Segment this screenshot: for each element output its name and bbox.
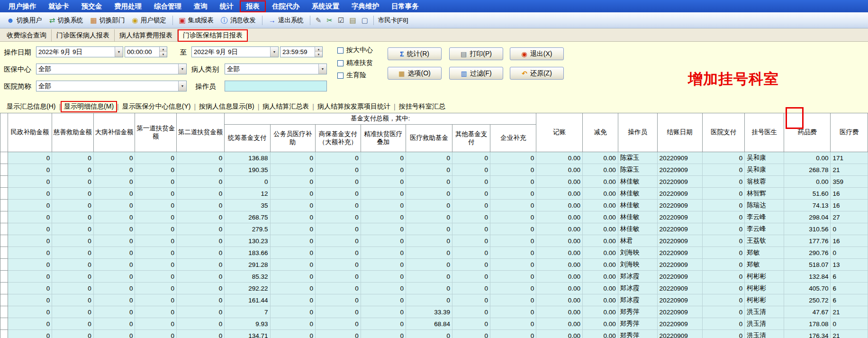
table-row[interactable]: 00000291.280000000.000.00刘海映202209090郑敏5… [0,259,868,271]
column-header[interactable]: 第一道扶贫金额 [135,113,177,152]
table-row[interactable]: 00000120000000.000.00林佳敏202209090林智辉51.6… [0,188,868,200]
table-row[interactable]: 00000136.880000000.000.00陈霖玉202209090吴和康… [0,152,868,164]
column-header[interactable]: 操作员 [618,113,657,152]
column-header[interactable]: 减免 [583,113,618,152]
checkbox-0[interactable]: 按大中心 [337,46,373,55]
operator-input[interactable] [225,81,327,91]
row-selector-header[interactable] [0,113,8,152]
checkbox-2[interactable]: 生育险 [337,71,366,80]
hospital-select[interactable]: 全部 ▼ [36,81,187,91]
spin-down-icon[interactable]: ▼ [315,52,322,57]
subtab-1[interactable]: 显示明细信息(M) [61,101,117,112]
tab-3[interactable]: 门诊医保结算日报表 [178,29,248,41]
table-row[interactable]: 00000130.230000000.000.00林君202209090王荔钦1… [0,235,868,247]
row-selector[interactable] [0,223,8,235]
edit-icon[interactable]: ✎ [314,15,324,26]
table-row[interactable]: 000009.9300068.84000.000.00郑秀萍202209090洪… [0,318,868,330]
tab-2[interactable]: 病人结算费用报表 [115,29,178,41]
column-header[interactable]: 企业补充 [490,125,536,152]
spinner-buttons[interactable]: ▲▼ [315,47,322,57]
column-header[interactable]: 统筹基金支付 [225,125,270,152]
subtab-2[interactable]: 显示医保分中心信息(Y) [119,101,194,112]
restore-button[interactable]: ↶还原(Z) [510,67,564,80]
integrated-report-button[interactable]: ▣集成报表 [176,15,217,26]
table-row[interactable]: 00000134.710000000.000.00郑秀萍202209090洪玉清… [0,330,868,338]
row-selector[interactable] [0,318,8,330]
tools-icon[interactable]: ✂ [325,15,335,26]
row-selector[interactable] [0,294,8,306]
subtab-3[interactable]: 按病人信息显示(B) [196,101,257,112]
row-selector[interactable] [0,164,8,176]
row-selector[interactable] [0,330,8,338]
column-header[interactable]: 其他基金支付 [452,125,490,152]
date-from-select[interactable]: 2022年 9月 9日 ▼ [36,46,123,57]
menu-item-9[interactable]: 系统设置 [306,1,345,12]
spin-down-icon[interactable]: ▼ [160,52,167,57]
check-icon[interactable]: ☑ [336,15,346,26]
table-row[interactable]: 00000183.660000000.000.00刘海映202209090郑敏2… [0,247,868,259]
column-header[interactable]: 民政补助金额 [8,113,52,152]
table-row[interactable]: 00000161.440000000.000.00郑冰霞202209090柯彬彬… [0,294,868,306]
spin-up-icon[interactable]: ▲ [315,47,322,52]
row-selector[interactable] [0,211,8,223]
menu-item-4[interactable]: 综合管理 [148,1,187,12]
menu-item-2[interactable]: 预交金 [76,1,108,12]
user-lock-button[interactable]: ◉用户锁定 [129,15,169,26]
dropdown-arrow-icon[interactable]: ▼ [115,47,123,57]
subtab-4[interactable]: 病人结算汇总表 [260,101,312,112]
row-selector[interactable] [0,283,8,294]
window-icon[interactable]: ▢ [360,15,370,26]
filter-button[interactable]: ▥过滤(F) [449,67,503,80]
options-button[interactable]: ▦选项(O) [388,67,442,80]
switch-dept-button[interactable]: ▦切换部门 [87,15,127,26]
time-from-input[interactable]: 00:00:00 ▲▼ [125,46,167,57]
table-row[interactable]: 00000268.750000000.000.00林佳敏202209090李云峰… [0,211,868,223]
row-selector[interactable] [0,152,8,164]
column-header[interactable]: 挂号医生 [745,113,784,152]
column-header[interactable]: 医院支付 [702,113,745,152]
exit-system-button[interactable]: →退出系统 [266,15,307,26]
table-row[interactable]: 0000085.320000000.000.00郑冰霞202209090柯彬彬1… [0,271,868,283]
column-header[interactable]: 第二道扶贫金额 [177,113,225,152]
menu-item-11[interactable]: 日常事务 [386,1,425,12]
table-row[interactable]: 00000292.220000000.000.00郑冰霞202209090柯彬彬… [0,283,868,294]
row-selector[interactable] [0,188,8,200]
row-selector[interactable] [0,271,8,283]
spinner-buttons[interactable]: ▲▼ [159,47,167,57]
subtab-5[interactable]: 病人结算按发票项目统计 [315,101,393,112]
switch-system-button[interactable]: ⇄切换系统 [46,15,86,26]
menu-item-3[interactable]: 费用处理 [108,1,147,12]
column-header[interactable]: 医疗救助基金 [406,125,452,152]
menu-item-0[interactable]: 用户操作 [3,1,42,12]
date-to-select[interactable]: 2022年 9月 9日 ▼ [191,46,279,57]
dropdown-arrow-icon[interactable]: ▼ [178,64,186,74]
menu-item-8[interactable]: 住院代办 [266,1,305,12]
column-header[interactable]: 公务员医疗补助 [270,125,315,152]
dropdown-arrow-icon[interactable]: ▼ [178,81,186,91]
table-row[interactable]: 00000700033.39000.000.00郑秀萍202209090洪玉清4… [0,306,868,318]
table-row[interactable]: 00000279.50000000.000.00林佳敏202209090李云峰3… [0,223,868,235]
menu-item-10[interactable]: 字典维护 [346,1,385,12]
column-header[interactable]: 医疗费 [831,113,868,152]
menu-item-1[interactable]: 就诊卡 [43,1,75,12]
table-row[interactable]: 0000000000000.000.00林佳敏202209090翁枝蓉0.003… [0,176,868,188]
row-selector[interactable] [0,259,8,271]
column-header[interactable]: 大病补偿金额 [93,113,135,152]
tab-0[interactable]: 收费综合查询 [2,29,52,41]
column-header[interactable]: 商保基金支付（大额补充） [315,125,361,152]
print-button[interactable]: ▤打印(P) [449,47,503,60]
column-header[interactable]: 结账日期 [657,113,702,152]
dropdown-arrow-icon[interactable]: ▼ [318,64,326,74]
table-row[interactable]: 00000350000000.000.00林佳敏202209090陈瑞达74.1… [0,200,868,211]
messages-button[interactable]: ⓘ消息收发 [218,15,259,26]
subtab-0[interactable]: 显示汇总信息(H) [4,101,58,112]
menu-item-7[interactable]: 报表 [240,1,265,12]
row-selector[interactable] [0,235,8,247]
switch-user-button[interactable]: ☻切换用户 [4,15,45,26]
menu-item-6[interactable]: 统计 [214,1,239,12]
stat-button[interactable]: Σ统计(R) [388,47,442,60]
spin-up-icon[interactable]: ▲ [160,47,167,52]
subtab-6[interactable]: 按挂号科室汇总 [396,101,448,112]
menu-item-5[interactable]: 查询 [188,1,213,12]
tab-1[interactable]: 门诊医保病人报表 [52,29,115,41]
